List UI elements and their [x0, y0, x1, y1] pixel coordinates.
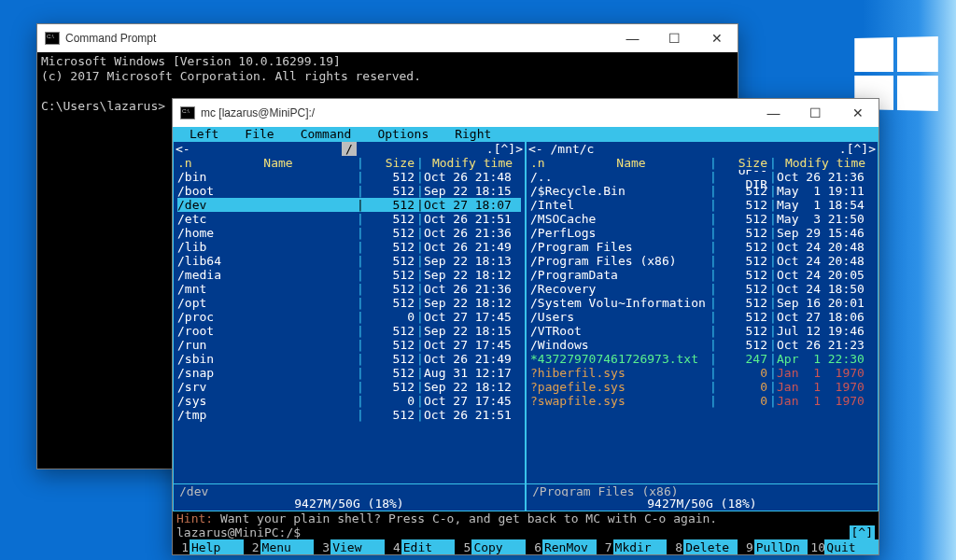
mc-window[interactable]: mc [lazarus@MiniPC]:/ ― ☐ ✕ LeftFileComm… [172, 98, 879, 555]
maximize-button[interactable]: ☐ [654, 24, 696, 52]
file-size: 512 [364, 324, 416, 338]
file-row[interactable]: *437279707461726973.txt|247|Apr 1 22:30 [530, 352, 874, 366]
fkey-edit[interactable]: 4Edit [385, 539, 456, 554]
fkey-view[interactable]: 3View [314, 539, 385, 554]
menu-item-right[interactable]: Right [442, 127, 504, 141]
mc-left-panel[interactable]: <- / .[^]> .n Name| Size| Modify time /b… [173, 141, 526, 511]
file-row[interactable]: /run|512|Oct 27 17:45 [177, 338, 521, 352]
file-size: 512 [364, 184, 416, 198]
file-name: /tmp [177, 408, 357, 422]
mc-titlebar[interactable]: mc [lazarus@MiniPC]:/ ― ☐ ✕ [173, 99, 879, 127]
file-name: /lib64 [177, 254, 357, 268]
file-row[interactable]: /Program Files (x86)|512|Oct 24 20:48 [530, 254, 874, 268]
panel-scroll-left-icon[interactable]: <- [176, 142, 190, 156]
mc-right-panel[interactable]: <- /mnt/c .[^]> .n Name| Size| Modify ti… [526, 141, 879, 511]
file-row[interactable]: /Recovery|512|Oct 24 18:50 [530, 282, 874, 296]
file-row[interactable]: /ProgramData|512|Oct 24 20:05 [530, 268, 874, 282]
fkey-pulldn[interactable]: 9PullDn [738, 539, 808, 554]
file-row[interactable]: /srv|512|Sep 22 18:12 [177, 380, 521, 394]
file-row[interactable]: /lib|512|Oct 26 21:49 [177, 240, 521, 254]
file-name: /$Recycle.Bin [530, 184, 710, 198]
file-row[interactable]: /PerfLogs|512|Sep 29 15:46 [530, 226, 874, 240]
panel-path-right: /mnt/c [550, 142, 594, 156]
close-button[interactable]: ✕ [836, 99, 879, 127]
file-size: 512 [364, 282, 416, 296]
file-row[interactable]: /etc|512|Oct 26 21:51 [177, 212, 521, 226]
file-mtime: Oct 26 21:51 [424, 212, 521, 226]
file-row[interactable]: ?swapfile.sys|0|Jan 1 1970 [530, 394, 874, 408]
file-name: ?swapfile.sys [530, 394, 710, 408]
file-row[interactable]: /..|UP--DIR|Oct 26 21:36 [530, 170, 874, 184]
file-mtime: Oct 26 21:51 [424, 408, 521, 422]
close-button[interactable]: ✕ [696, 24, 738, 52]
menu-item-left[interactable]: Left [176, 127, 232, 141]
file-row[interactable]: /VTRoot|512|Jul 12 19:46 [530, 324, 874, 338]
file-size: 512 [364, 296, 416, 310]
file-row[interactable]: /Intel|512|May 1 18:54 [530, 198, 874, 212]
file-mtime: Oct 26 21:36 [424, 226, 521, 240]
panel-header-right: <- /mnt/c .[^]> [527, 142, 878, 156]
file-row[interactable]: /$Recycle.Bin|512|May 1 19:11 [530, 184, 874, 198]
file-mtime: Oct 26 21:49 [424, 352, 521, 366]
fkey-quit[interactable]: 10Quit [808, 539, 879, 554]
file-size: 512 [364, 170, 416, 184]
fkey-mkdir[interactable]: 7Mkdir [597, 539, 668, 554]
panel-caret-right-icon[interactable]: .[^]> [486, 142, 523, 156]
file-row[interactable]: /lib64|512|Sep 22 18:13 [177, 254, 521, 268]
file-mtime: Oct 26 21:23 [777, 338, 874, 352]
file-row[interactable]: ?hiberfil.sys|0|Jan 1 1970 [530, 366, 874, 380]
file-list-left[interactable]: /bin|512|Oct 26 21:48/boot|512|Sep 22 18… [174, 170, 525, 483]
file-row[interactable]: /media|512|Sep 22 18:12 [177, 268, 521, 282]
file-row[interactable]: /root|512|Sep 22 18:15 [177, 324, 521, 338]
file-size: 512 [717, 268, 769, 282]
file-list-right[interactable]: /..|UP--DIR|Oct 26 21:36/$Recycle.Bin|51… [527, 170, 878, 483]
mc-shell-prompt[interactable]: lazarus@MiniPC:/$ [^] [173, 525, 879, 539]
file-name: /boot [177, 184, 357, 198]
panel-footer-right: 9427M/50G (18%) [527, 497, 878, 511]
panel-path-left[interactable]: / [342, 142, 357, 156]
file-row[interactable]: /mnt|512|Oct 26 21:36 [177, 282, 521, 296]
file-row[interactable]: /bin|512|Oct 26 21:48 [177, 170, 521, 184]
fkey-help[interactable]: 1Help [173, 539, 244, 554]
fkey-copy[interactable]: 5Copy [455, 539, 526, 554]
file-row[interactable]: /dev|512|Oct 27 18:07 [177, 198, 521, 212]
cmd-titlebar[interactable]: Command Prompt ― ☐ ✕ [37, 24, 738, 52]
file-row[interactable]: /opt|512|Sep 22 18:12 [177, 296, 521, 310]
file-row[interactable]: /sys|0|Oct 27 17:45 [177, 394, 521, 408]
file-row[interactable]: /home|512|Oct 26 21:36 [177, 226, 521, 240]
file-name: /Intel [530, 198, 710, 212]
column-headers-right: .n Name| Size| Modify time [527, 156, 878, 170]
panel-scroll-left-icon[interactable]: <- /mnt/c [528, 142, 594, 156]
file-mtime: Oct 26 21:36 [424, 282, 521, 296]
caret-up-icon[interactable]: [^] [850, 525, 875, 539]
minimize-button[interactable]: ― [752, 99, 794, 127]
mc-function-keys[interactable]: 1Help2Menu3View4Edit5Copy6RenMov7Mkdir8D… [173, 539, 879, 554]
panel-caret-right-icon[interactable]: .[^]> [839, 142, 876, 156]
file-row[interactable]: /System Volu~Information|512|Sep 16 20:0… [530, 296, 874, 310]
file-mtime: Oct 27 18:06 [777, 310, 874, 324]
file-name: /sys [177, 394, 357, 408]
menu-item-command[interactable]: Command [288, 127, 365, 141]
file-name: /media [177, 268, 357, 282]
file-row[interactable]: /tmp|512|Oct 26 21:51 [177, 408, 521, 422]
file-row[interactable]: /MSOCache|512|May 3 21:50 [530, 212, 874, 226]
menu-item-file[interactable]: File [232, 127, 287, 141]
fkey-menu[interactable]: 2Menu [244, 539, 315, 554]
file-row[interactable]: /snap|512|Aug 31 12:17 [177, 366, 521, 380]
minimize-button[interactable]: ― [612, 24, 654, 52]
maximize-button[interactable]: ☐ [794, 99, 836, 127]
file-row[interactable]: /proc|0|Oct 27 17:45 [177, 310, 521, 324]
file-row[interactable]: /boot|512|Sep 22 18:15 [177, 184, 521, 198]
file-row[interactable]: /Users|512|Oct 27 18:06 [530, 310, 874, 324]
file-row[interactable]: ?pagefile.sys|0|Jan 1 1970 [530, 380, 874, 394]
file-row[interactable]: /sbin|512|Oct 26 21:49 [177, 352, 521, 366]
file-mtime: Oct 26 21:36 [777, 170, 874, 184]
fkey-delete[interactable]: 8Delete [667, 539, 738, 554]
menu-item-options[interactable]: Options [364, 127, 442, 141]
file-row[interactable]: /Program Files|512|Oct 24 20:48 [530, 240, 874, 254]
file-size: 512 [364, 240, 416, 254]
mc-title: mc [lazarus@MiniPC]:/ [201, 106, 752, 119]
fkey-renmov[interactable]: 6RenMov [526, 539, 597, 554]
file-row[interactable]: /Windows|512|Oct 26 21:23 [530, 338, 874, 352]
mc-menubar[interactable]: LeftFileCommandOptionsRight [173, 127, 879, 141]
